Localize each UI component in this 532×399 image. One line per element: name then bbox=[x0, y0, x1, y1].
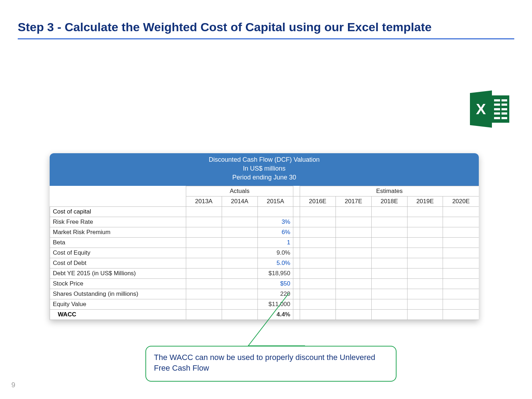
year-5: 2018E bbox=[371, 196, 407, 206]
year-2: 2015A bbox=[257, 196, 293, 206]
table-header: Discounted Cash Flow (DCF) Valuation In … bbox=[50, 153, 479, 186]
table-header-line2: In US$ millions bbox=[50, 164, 479, 173]
slide: Step 3 - Calculate the Weighted Cost of … bbox=[0, 0, 532, 399]
val-cod: 5.0% bbox=[257, 258, 293, 268]
excel-icon-letter: X bbox=[470, 90, 492, 128]
lbl-beta: Beta bbox=[50, 237, 186, 248]
val-coe: 9.0% bbox=[257, 248, 293, 258]
lbl-cod: Cost of Debt bbox=[50, 258, 186, 268]
row-coe: Cost of Equity 9.0% bbox=[50, 248, 479, 258]
lbl-debt: Debt YE 2015 (in US$ Millions) bbox=[50, 268, 186, 278]
val-debt: $18,950 bbox=[257, 268, 293, 278]
callout-text: The WACC can now be used to properly dis… bbox=[154, 353, 375, 372]
lbl-wacc: WACC bbox=[50, 309, 186, 320]
table-header-line3: Period ending June 30 bbox=[50, 173, 479, 182]
val-mrp: 6% bbox=[257, 227, 293, 237]
year-3: 2016E bbox=[300, 196, 336, 206]
year-0: 2013A bbox=[186, 196, 222, 206]
row-risk-free: Risk Free Rate 3% bbox=[50, 217, 479, 227]
section-label: Cost of capital bbox=[50, 206, 186, 217]
row-section: Cost of capital bbox=[50, 206, 479, 217]
lbl-shares: Shares Outstanding (in millions) bbox=[50, 289, 186, 299]
year-7: 2020E bbox=[443, 196, 479, 206]
page-number: 9 bbox=[11, 381, 15, 389]
row-beta: Beta 1 bbox=[50, 237, 479, 248]
row-mrp: Market Risk Premium 6% bbox=[50, 227, 479, 237]
lbl-coe: Cost of Equity bbox=[50, 248, 186, 258]
excel-icon: X bbox=[470, 90, 511, 128]
lbl-price: Stock Price bbox=[50, 278, 186, 289]
excel-icon-sheet bbox=[492, 94, 511, 124]
lbl-risk-free: Risk Free Rate bbox=[50, 217, 186, 227]
page-title: Step 3 - Calculate the Weighted Cost of … bbox=[18, 20, 514, 39]
row-debt: Debt YE 2015 (in US$ Millions) $18,950 bbox=[50, 268, 479, 278]
col-group-estimates: Estimates bbox=[300, 186, 479, 196]
val-risk-free: 3% bbox=[257, 217, 293, 227]
year-1: 2014A bbox=[222, 196, 257, 206]
lbl-ev: Equity Value bbox=[50, 299, 186, 309]
col-group-actuals: Actuals bbox=[186, 186, 293, 196]
row-price: Stock Price $50 bbox=[50, 278, 479, 289]
year-6: 2019E bbox=[407, 196, 443, 206]
val-price: $50 bbox=[257, 278, 293, 289]
row-cod: Cost of Debt 5.0% bbox=[50, 258, 479, 268]
table-header-line1: Discounted Cash Flow (DCF) Valuation bbox=[50, 155, 479, 164]
callout-box: The WACC can now be used to properly dis… bbox=[145, 346, 397, 382]
val-beta: 1 bbox=[257, 237, 293, 248]
year-4: 2017E bbox=[336, 196, 371, 206]
lbl-mrp: Market Risk Premium bbox=[50, 227, 186, 237]
callout-pointer bbox=[248, 292, 340, 352]
